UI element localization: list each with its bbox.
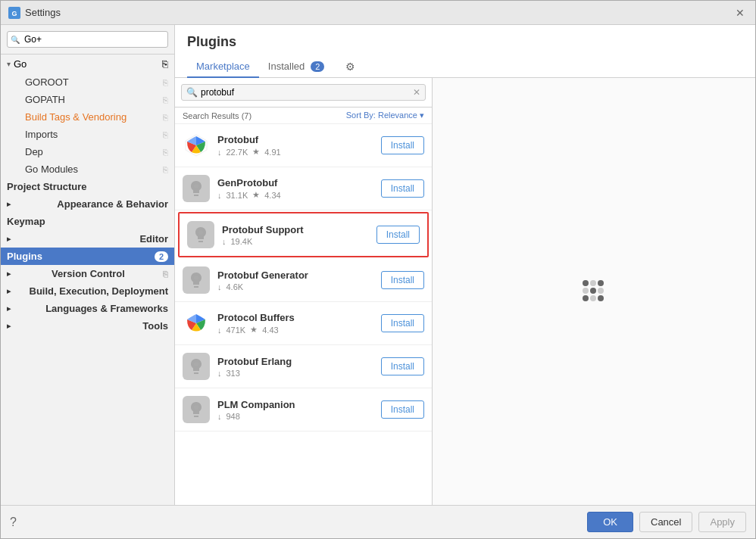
- plugin-item-protobuf-generator[interactable]: Protobuf Generator ↓ 4.6K Install: [175, 259, 432, 302]
- sidebar-go-children: GOROOT ⎘ GOPATH ⎘ Build Tags & Vendoring…: [1, 73, 174, 178]
- search-bar: 🔍 ✕: [175, 78, 432, 107]
- sidebar-item-dep[interactable]: Dep ⎘: [1, 143, 174, 160]
- go-copy-icon: ⎘: [162, 58, 168, 70]
- sidebar-item-plugins[interactable]: Plugins 2: [1, 248, 174, 265]
- plugin-icon-protocol-buffers: [183, 310, 210, 337]
- protocol-buffers-star-icon: ★: [250, 325, 258, 335]
- spinner-dot-9: [598, 295, 604, 301]
- plugin-icon-protobuf-generator: [183, 266, 210, 294]
- sidebar-item-imports[interactable]: Imports ⎘: [1, 126, 174, 143]
- protobuf-gen-downloads: 4.6K: [226, 282, 244, 291]
- sidebar-item-project-structure[interactable]: Project Structure: [1, 178, 174, 195]
- tab-gear-icon[interactable]: ⚙: [339, 56, 361, 77]
- sidebar-item-build-tags[interactable]: Build Tags & Vendoring ⎘: [1, 108, 174, 126]
- sidebar-item-build-exec[interactable]: Build, Execution, Deployment: [1, 282, 174, 300]
- sidebar-item-goroot[interactable]: GOROOT ⎘: [1, 73, 174, 91]
- footer: ? OK Cancel Apply: [1, 505, 755, 538]
- plugin-name-genprotobuf: GenProtobuf: [217, 177, 373, 188]
- genprotobuf-downloads-icon: ↓: [217, 191, 222, 200]
- protocol-buffers-rating: 4.43: [262, 326, 278, 335]
- project-structure-label: Project Structure: [7, 181, 86, 192]
- sidebar-item-tools[interactable]: Tools: [1, 317, 174, 335]
- protobuf-downloads-icon: ↓: [217, 148, 222, 157]
- plugin-name-protobuf-generator: Protobuf Generator: [217, 270, 373, 281]
- plugin-icon-protobuf: [183, 132, 210, 159]
- install-button-protobuf-generator[interactable]: Install: [381, 271, 424, 289]
- plugin-item-protobuf[interactable]: Protobuf ↓ 22.7K ★ 4.91 Install: [175, 124, 432, 167]
- plugin-meta-plm-companion: ↓ 948: [217, 412, 373, 421]
- plugin-meta-protobuf-erlang: ↓ 313: [217, 369, 373, 378]
- plugin-name-protobuf-erlang: Protobuf Erlang: [217, 356, 373, 367]
- tools-label: Tools: [142, 320, 168, 332]
- ok-button[interactable]: OK: [587, 512, 633, 532]
- install-button-plm-companion[interactable]: Install: [381, 400, 424, 419]
- tab-marketplace[interactable]: Marketplace: [187, 56, 259, 78]
- sidebar-item-editor[interactable]: Editor: [1, 230, 174, 248]
- plugins-body: 🔍 ✕ Search Results (7) Sort By: Relevanc…: [175, 78, 755, 505]
- install-button-genprotobuf[interactable]: Install: [381, 179, 424, 198]
- sidebar-item-appearance[interactable]: Appearance & Behavior: [1, 195, 174, 213]
- search-clear-icon[interactable]: ✕: [413, 87, 420, 98]
- sidebar-item-gopath[interactable]: GOPATH ⎘: [1, 91, 174, 108]
- plugin-icon-plm-companion: [183, 396, 210, 423]
- help-icon[interactable]: ?: [10, 516, 17, 529]
- sidebar: ▾ Go ⎘ GOROOT ⎘ GOPATH ⎘ Build Tags & Ve…: [1, 25, 175, 505]
- apply-button[interactable]: Apply: [698, 512, 746, 532]
- plugin-search-input[interactable]: [201, 87, 413, 98]
- plugin-item-protobuf-support[interactable]: Protobuf Support ↓ 19.4K Install: [178, 212, 429, 257]
- sidebar-item-languages[interactable]: Languages & Frameworks: [1, 300, 174, 317]
- plugin-info-protocol-buffers: Protocol Buffers ↓ 471K ★ 4.43: [217, 312, 373, 335]
- sidebar-item-version-control[interactable]: Version Control ⎘: [1, 265, 174, 282]
- spinner-dot-5: [590, 288, 596, 294]
- plugin-item-plm-companion[interactable]: PLM Companion ↓ 948 Install: [175, 388, 432, 432]
- spinner-dot-2: [590, 280, 596, 286]
- plm-companion-downloads: 948: [226, 412, 240, 421]
- plugin-info-genprotobuf: GenProtobuf ↓ 31.1K ★ 4.34: [217, 177, 373, 200]
- install-button-protobuf[interactable]: Install: [381, 136, 424, 154]
- install-button-protobuf-support[interactable]: Install: [376, 226, 420, 244]
- plugin-meta-protobuf-generator: ↓ 4.6K: [217, 282, 373, 291]
- protocol-buffers-downloads-icon: ↓: [217, 326, 222, 335]
- genprotobuf-star-icon: ★: [252, 190, 260, 200]
- gopath-copy-icon: ⎘: [163, 95, 168, 104]
- plm-companion-downloads-icon: ↓: [217, 412, 222, 421]
- plugin-item-protobuf-erlang[interactable]: Protobuf Erlang ↓ 313 Install: [175, 345, 432, 388]
- settings-dialog: G Settings ✕ ▾ Go ⎘: [0, 0, 756, 539]
- sidebar-item-go-modules[interactable]: Go Modules ⎘: [1, 160, 174, 178]
- plugin-info-plm-companion: PLM Companion ↓ 948: [217, 399, 373, 421]
- close-button[interactable]: ✕: [733, 5, 748, 20]
- main-content: ▾ Go ⎘ GOROOT ⎘ GOPATH ⎘ Build Tags & Ve…: [1, 25, 755, 505]
- plugin-item-protocol-buffers[interactable]: Protocol Buffers ↓ 471K ★ 4.43 Install: [175, 302, 432, 345]
- imports-copy-icon: ⎘: [163, 130, 168, 139]
- sidebar-search-input[interactable]: [7, 31, 168, 48]
- appearance-label: Appearance & Behavior: [57, 198, 168, 210]
- sort-by[interactable]: Sort By: Relevance ▾: [346, 111, 424, 120]
- titlebar-left: G Settings: [8, 7, 61, 19]
- version-control-label: Version Control: [52, 268, 125, 279]
- protobuf-support-downloads: 19.4K: [231, 237, 253, 246]
- cancel-button[interactable]: Cancel: [639, 512, 692, 532]
- plugin-item-genprotobuf[interactable]: GenProtobuf ↓ 31.1K ★ 4.34 Install: [175, 167, 432, 210]
- plugin-name-protobuf: Protobuf: [217, 134, 373, 145]
- search-results-row: Search Results (7) Sort By: Relevance ▾: [175, 107, 432, 124]
- tab-installed[interactable]: Installed 2: [259, 56, 334, 78]
- dep-copy-icon: ⎘: [163, 148, 168, 157]
- sidebar-item-keymap[interactable]: Keymap: [1, 213, 174, 230]
- spinner-dot-4: [583, 288, 589, 294]
- plugin-icon-genprotobuf: [183, 175, 210, 202]
- install-button-protobuf-erlang[interactable]: Install: [381, 357, 424, 375]
- search-magnify-icon: 🔍: [186, 87, 198, 98]
- svg-point-6: [194, 276, 198, 280]
- genprotobuf-rating: 4.34: [264, 191, 280, 200]
- editor-label: Editor: [139, 233, 168, 245]
- keymap-label: Keymap: [7, 216, 45, 227]
- install-button-protocol-buffers[interactable]: Install: [381, 314, 424, 332]
- content-area: Plugins Marketplace Installed 2 ⚙: [175, 25, 755, 505]
- plugin-items-list: Protobuf ↓ 22.7K ★ 4.91 Install: [175, 124, 432, 505]
- search-results-count: Search Results (7): [183, 111, 251, 120]
- plugin-meta-protobuf-support: ↓ 19.4K: [222, 237, 369, 246]
- genprotobuf-downloads: 31.1K: [226, 191, 248, 200]
- plugin-meta-protobuf: ↓ 22.7K ★ 4.91: [217, 147, 373, 157]
- sidebar-item-go[interactable]: ▾ Go ⎘: [1, 55, 174, 73]
- loading-spinner: [583, 280, 605, 303]
